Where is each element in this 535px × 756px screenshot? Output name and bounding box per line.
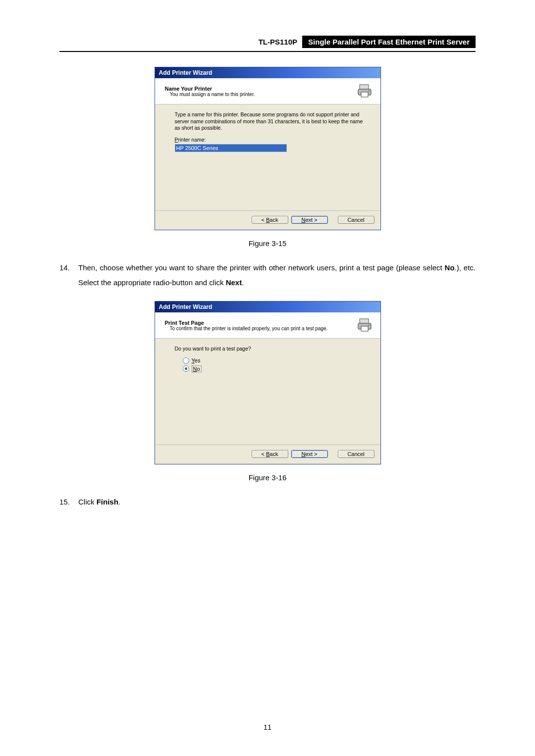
wizard-header: Print Test Page To confirm that the prin…: [155, 312, 380, 339]
back-button[interactable]: < Back: [252, 216, 288, 224]
wizard-instruction-text: Type a name for this printer. Because so…: [175, 111, 367, 132]
svg-point-7: [368, 325, 370, 326]
wizard-titlebar: Add Printer Wizard: [155, 302, 380, 312]
figure-3-16: Add Printer Wizard Print Test Page To co…: [59, 301, 476, 464]
wizard-titlebar: Add Printer Wizard: [155, 67, 380, 78]
printer-name-input[interactable]: [175, 144, 287, 152]
printer-icon: [357, 316, 374, 334]
step-text: Click Finish.: [78, 495, 476, 509]
svg-point-3: [368, 91, 370, 92]
wizard-body: Do you want to print a test page? Yes No: [155, 339, 380, 445]
model-code: TL-PS110P: [254, 36, 302, 48]
figure-3-15: Add Printer Wizard Name Your Printer You…: [59, 67, 476, 230]
radio-no-label: No: [192, 365, 202, 372]
back-button[interactable]: < Back: [252, 450, 288, 458]
step-14: 14. Then, choose whether you want to sha…: [59, 260, 476, 290]
wizard-header-title: Print Test Page: [165, 320, 352, 326]
figure-3-15-caption: Figure 3-15: [59, 239, 476, 248]
cancel-button[interactable]: Cancel: [338, 216, 374, 224]
wizard-body: Type a name for this printer. Because so…: [155, 104, 380, 210]
header-divider: [59, 51, 476, 52]
page-number: 11: [0, 723, 535, 731]
cancel-button[interactable]: Cancel: [338, 450, 374, 458]
add-printer-wizard-name: Add Printer Wizard Name Your Printer You…: [155, 67, 381, 230]
radio-no-row[interactable]: No: [183, 365, 367, 372]
wizard-header-title: Name Your Printer: [165, 86, 352, 92]
printer-name-label: Printer name:: [175, 137, 367, 143]
wizard-header-subtitle: To confirm that the printer is installed…: [165, 326, 352, 331]
step-text: Then, choose whether you want to share t…: [78, 260, 476, 290]
radio-yes-label: Yes: [192, 357, 201, 363]
radio-yes-row[interactable]: Yes: [183, 357, 367, 364]
doc-header: TL-PS110P Single Parallel Port Fast Ethe…: [59, 36, 476, 48]
svg-rect-2: [361, 92, 368, 97]
next-button[interactable]: Next >: [291, 450, 328, 458]
radio-no[interactable]: [183, 365, 189, 372]
add-printer-wizard-testpage: Add Printer Wizard Print Test Page To co…: [155, 301, 381, 464]
svg-rect-6: [361, 326, 368, 331]
wizard-header-subtitle: You must assign a name to this printer.: [165, 92, 352, 97]
wizard-header: Name Your Printer You must assign a name…: [155, 78, 380, 104]
step-number: 14.: [59, 260, 78, 290]
radio-yes[interactable]: [183, 357, 189, 364]
wizard-question-text: Do you want to print a test page?: [175, 346, 367, 353]
step-number: 15.: [59, 495, 78, 509]
product-description: Single Parallel Port Fast Ethernet Print…: [302, 36, 476, 48]
next-button[interactable]: Next >: [291, 216, 328, 224]
printer-icon: [357, 82, 374, 100]
step-15: 15. Click Finish.: [59, 495, 476, 509]
figure-3-16-caption: Figure 3-16: [59, 473, 476, 482]
